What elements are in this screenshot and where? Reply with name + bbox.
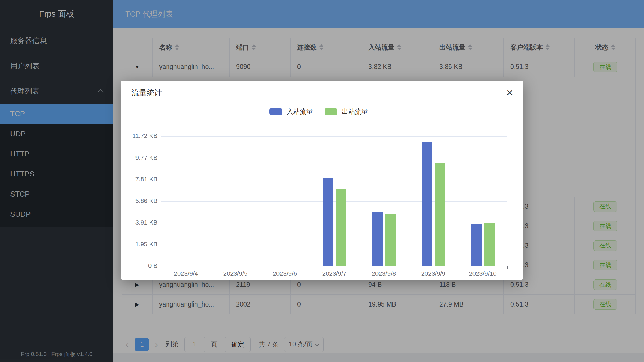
y-axis-tick-label: 11.72 KB: [124, 132, 157, 140]
app-window: Frps 面板 服务器信息 用户列表 代理列表 TCP UDP HTTP HTT…: [0, 0, 644, 362]
x-axis-category-label: 2023/9/9: [409, 270, 458, 277]
x-axis-category-label: 2023/9/7: [310, 270, 359, 277]
inbound-bar[interactable]: [323, 178, 333, 266]
x-axis-tick: [161, 266, 161, 269]
gridline: [161, 245, 507, 245]
gridline: [161, 223, 507, 223]
y-axis-tick-label: 0 B: [124, 262, 157, 270]
gridline: [161, 136, 507, 137]
x-axis-tick: [409, 266, 409, 269]
y-axis-tick-label: 5.86 KB: [124, 197, 157, 205]
outbound-bar[interactable]: [484, 223, 495, 266]
inbound-bar[interactable]: [471, 224, 482, 266]
legend-swatch-inbound[interactable]: [269, 108, 282, 115]
x-axis-category-label: 2023/9/6: [260, 270, 310, 277]
inbound-bar[interactable]: [422, 142, 432, 266]
outbound-bar[interactable]: [385, 214, 396, 266]
legend-label-inbound[interactable]: 入站流量: [287, 107, 313, 116]
x-axis-tick: [310, 266, 310, 269]
chart-legend: 入站流量 出站流量: [121, 107, 523, 116]
x-axis-line: [159, 266, 507, 266]
x-axis-category-label: 2023/9/8: [359, 270, 409, 277]
x-axis-category-label: 2023/9/10: [458, 270, 508, 277]
y-axis-tick-label: 7.81 KB: [124, 176, 157, 183]
x-axis-tick: [260, 266, 260, 269]
x-axis-tick: [458, 266, 458, 269]
y-axis-tick-label: 3.91 KB: [124, 219, 157, 226]
legend-swatch-outbound[interactable]: [325, 108, 337, 115]
gridline: [161, 201, 507, 202]
traffic-stats-modal: 流量统计 ✕ 11.72 KB9.77 KB7.81 KB5.86 KB3.91…: [121, 81, 523, 280]
outbound-bar[interactable]: [336, 189, 346, 266]
y-axis-tick-label: 9.77 KB: [124, 154, 157, 161]
legend-label-outbound[interactable]: 出站流量: [342, 107, 368, 116]
x-axis-category-label: 2023/9/4: [161, 270, 211, 277]
gridline: [161, 180, 507, 180]
x-axis-tick: [507, 266, 508, 269]
gridline: [161, 158, 507, 158]
x-axis-tick: [359, 266, 359, 269]
y-axis-tick-label: 1.95 KB: [124, 241, 157, 248]
outbound-bar[interactable]: [435, 163, 445, 266]
x-axis-category-label: 2023/9/5: [211, 270, 260, 277]
x-axis-tick: [211, 266, 211, 269]
inbound-bar[interactable]: [372, 212, 383, 266]
